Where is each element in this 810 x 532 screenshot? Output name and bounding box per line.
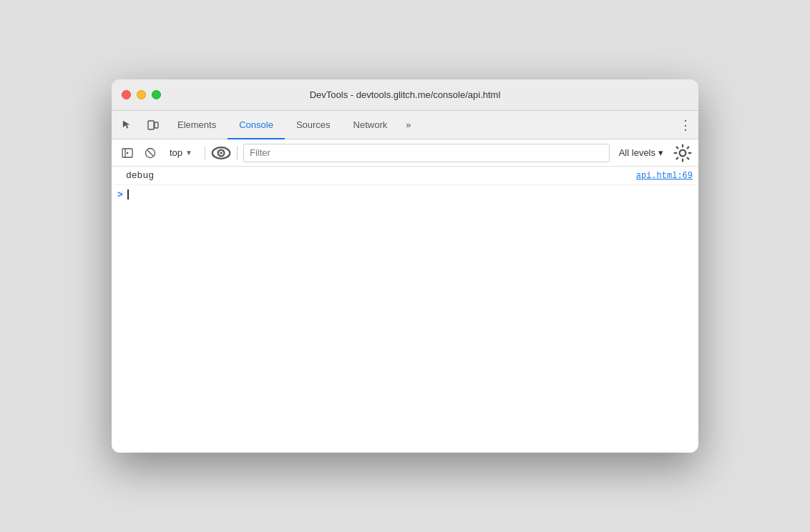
title-bar: DevTools - devtools.glitch.me/console/ap…: [112, 79, 698, 111]
console-content: debug api.html:69 >: [112, 167, 698, 453]
svg-marker-4: [127, 152, 129, 154]
clear-console-button[interactable]: [140, 143, 160, 163]
close-button[interactable]: [122, 90, 131, 99]
console-log-source[interactable]: api.html:69: [636, 171, 693, 181]
console-log-text: debug: [126, 170, 154, 181]
filter-input[interactable]: [243, 144, 610, 162]
window-title: DevTools - devtools.glitch.me/console/ap…: [310, 89, 501, 100]
svg-rect-0: [148, 121, 154, 129]
tab-elements[interactable]: Elements: [166, 112, 228, 139]
console-input-row[interactable]: >: [112, 185, 698, 204]
devtools-window: DevTools - devtools.glitch.me/console/ap…: [112, 79, 698, 453]
toolbar-divider-2: [237, 146, 238, 160]
live-expressions-button[interactable]: [211, 143, 231, 163]
console-settings-button[interactable]: [673, 143, 693, 163]
svg-rect-1: [155, 122, 158, 128]
context-selector-arrow: ▼: [185, 149, 192, 157]
console-cursor: [127, 189, 129, 200]
tab-sources[interactable]: Sources: [285, 112, 342, 139]
toolbar-divider-1: [205, 146, 205, 160]
console-log-row: debug api.html:69: [112, 167, 698, 185]
tabs-list: Elements Console Sources Network »: [166, 111, 673, 139]
sidebar-toggle-button[interactable]: [117, 143, 137, 163]
devtools-tab-bar: Elements Console Sources Network » ⋮: [112, 111, 698, 139]
console-toolbar: top ▼ All levels ▾: [112, 139, 698, 167]
console-prompt-symbol: >: [117, 189, 123, 200]
minimize-button[interactable]: [137, 90, 146, 99]
more-tabs-button[interactable]: »: [399, 111, 418, 139]
devtools-menu-button[interactable]: ⋮: [673, 111, 698, 139]
svg-point-10: [680, 149, 686, 156]
svg-point-9: [220, 152, 223, 154]
tab-network[interactable]: Network: [342, 112, 399, 139]
inspect-element-button[interactable]: [114, 111, 140, 139]
svg-line-6: [147, 150, 153, 156]
maximize-button[interactable]: [152, 90, 161, 99]
traffic-lights: [122, 90, 161, 99]
device-toggle-button[interactable]: [140, 111, 166, 139]
levels-arrow: ▾: [658, 147, 663, 158]
tab-console[interactable]: Console: [228, 112, 285, 139]
context-selector[interactable]: top ▼: [163, 144, 199, 161]
log-levels-button[interactable]: All levels ▾: [613, 144, 670, 161]
